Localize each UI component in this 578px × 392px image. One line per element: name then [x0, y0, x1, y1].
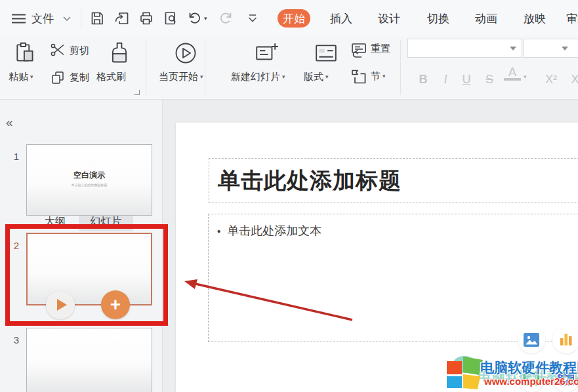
- slide-1-thumbnail[interactable]: 空白演示 单击输入您的封面副标题: [26, 144, 152, 216]
- layout-label: 版式: [304, 71, 323, 83]
- chevron-down-icon: [562, 47, 568, 50]
- italic-button[interactable]: I: [437, 66, 454, 85]
- copy-button[interactable]: [48, 69, 68, 86]
- underline-button[interactable]: U: [458, 66, 475, 85]
- slide-3-thumbnail[interactable]: [26, 328, 152, 392]
- subscript-button[interactable]: X₂: [566, 66, 578, 85]
- cut-button[interactable]: [48, 42, 68, 58]
- font-color-button[interactable]: A: [504, 64, 521, 81]
- export-button[interactable]: [113, 9, 131, 28]
- undo-dropdown-caret[interactable]: ▾: [204, 16, 207, 22]
- menu-icon: [12, 14, 26, 24]
- undo-icon: [186, 10, 202, 26]
- export-icon: [114, 10, 130, 26]
- editing-area: 单击此处添加标题 • 单击此处添加文本: [163, 100, 578, 392]
- superscript-button[interactable]: X²: [539, 66, 563, 85]
- section-label: 节: [371, 70, 381, 83]
- print-preview-icon: [163, 10, 178, 26]
- play-from-current-button[interactable]: [171, 39, 200, 67]
- play-caret-icon: ▾: [200, 74, 203, 80]
- reset-icon: [350, 42, 368, 59]
- section-button[interactable]: [348, 68, 369, 86]
- undo-button[interactable]: [185, 9, 203, 28]
- print-preview-button[interactable]: [161, 9, 180, 28]
- save-button[interactable]: [88, 9, 106, 28]
- section-caret-icon: ▾: [382, 73, 386, 79]
- chevron-down-icon: [63, 16, 71, 21]
- play-slide-button[interactable]: [46, 290, 75, 319]
- print-button[interactable]: [137, 9, 155, 28]
- tab-design[interactable]: 设计: [377, 9, 401, 28]
- strikethrough-button[interactable]: S: [481, 66, 498, 85]
- new-slide-label-button[interactable]: 新建幻灯片▾: [231, 71, 285, 83]
- section-icon: [350, 69, 367, 85]
- red-arrow-annotation: [176, 123, 578, 392]
- format-painter-icon: [108, 41, 131, 65]
- slide-1-subtitle: 单击输入您的封面副标题: [27, 183, 152, 187]
- cut-label[interactable]: 剪切: [70, 45, 89, 57]
- paste-button[interactable]: [9, 39, 42, 68]
- redo-icon: [218, 10, 234, 26]
- more-icon: [248, 14, 257, 22]
- bold-button[interactable]: B: [415, 66, 432, 85]
- new-slide-label: 新建幻灯片: [231, 71, 280, 83]
- tab-review[interactable]: 审阅: [566, 9, 578, 28]
- paste-label-button[interactable]: 粘贴▾: [9, 71, 33, 83]
- add-slide-button[interactable]: +: [101, 290, 130, 319]
- play-from-current-label-button[interactable]: 当页开始▾: [159, 71, 203, 83]
- file-menu-button[interactable]: 文件: [31, 11, 54, 26]
- layout-icon: [314, 43, 338, 64]
- font-color-caret-icon[interactable]: ▾: [524, 74, 527, 80]
- customize-quickbar-button[interactable]: [245, 10, 260, 26]
- ribbon-divider: [205, 40, 205, 95]
- reset-label[interactable]: 重置: [371, 43, 390, 55]
- main-menu-button[interactable]: [10, 12, 26, 25]
- print-icon: [138, 10, 154, 26]
- section-label-button[interactable]: 节▾: [371, 70, 386, 83]
- tab-transition[interactable]: 切换: [426, 9, 450, 28]
- layout-label-button[interactable]: 版式▾: [304, 71, 329, 83]
- redo-button-disabled[interactable]: [217, 9, 236, 28]
- font-size-select[interactable]: [523, 39, 578, 58]
- add-slide-icon: +: [110, 296, 121, 314]
- layout-caret-icon: ▾: [325, 74, 329, 80]
- paste-label: 粘贴: [9, 71, 28, 83]
- new-slide-button[interactable]: [252, 39, 281, 67]
- tab-slideshow[interactable]: 放映: [523, 9, 547, 28]
- new-slide-caret-icon: ▾: [282, 74, 285, 80]
- quickbar-divider: [81, 9, 81, 28]
- slide-1-title: 空白演示: [27, 170, 152, 181]
- file-menu-chevron[interactable]: [61, 14, 73, 23]
- save-icon: [89, 10, 105, 26]
- reset-button[interactable]: [348, 41, 369, 60]
- collapse-panel-button[interactable]: «: [6, 115, 12, 130]
- copy-label[interactable]: 复制: [70, 71, 89, 84]
- ribbon-divider: [400, 40, 401, 95]
- dialog-launcher-icon[interactable]: [134, 90, 140, 95]
- ribbon-toolbar: 粘贴▾ 剪切 复制 格式刷: [0, 36, 578, 100]
- play-button-icon: [57, 299, 67, 311]
- quick-access-bar: 文件: [0, 0, 578, 36]
- format-painter-label[interactable]: 格式刷: [96, 71, 126, 83]
- slide-canvas[interactable]: 单击此处添加标题 • 单击此处添加文本: [176, 123, 578, 392]
- slide-1-number: 1: [10, 151, 23, 162]
- slide-3-number: 3: [10, 334, 23, 345]
- format-painter-button[interactable]: [105, 39, 134, 67]
- tab-home[interactable]: 开始: [278, 9, 310, 28]
- play-from-current-label: 当页开始: [159, 71, 198, 83]
- ribbon-divider: [146, 40, 146, 95]
- new-slide-icon: [254, 41, 279, 65]
- font-name-select[interactable]: [407, 39, 522, 58]
- paste-caret-icon: ▾: [30, 74, 33, 80]
- play-circle-icon: [173, 41, 198, 66]
- layout-button[interactable]: [313, 40, 339, 66]
- paste-icon: [13, 41, 38, 66]
- red-box-annotation: [5, 224, 168, 326]
- chevron-down-icon: [510, 47, 516, 50]
- tab-insert[interactable]: 插入: [329, 9, 353, 28]
- tab-animation[interactable]: 动画: [474, 9, 498, 28]
- cut-icon: [51, 43, 65, 56]
- wps-presentation-window: 文件: [0, 0, 578, 392]
- copy-icon: [51, 70, 65, 85]
